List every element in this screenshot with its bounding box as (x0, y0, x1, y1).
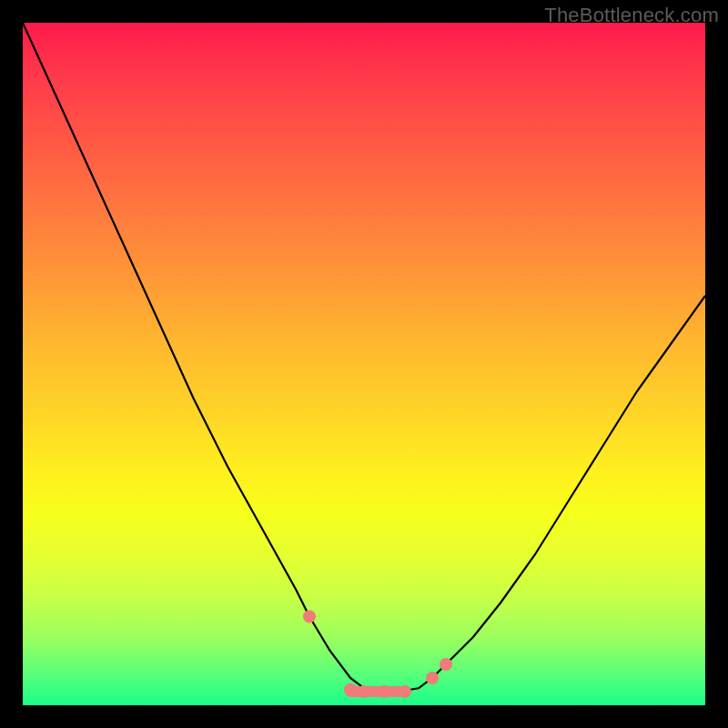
marker-dot (379, 685, 391, 698)
watermark-label: TheBottleneck.com (544, 4, 719, 27)
marker-group (303, 611, 452, 699)
marker-dot (399, 685, 411, 698)
marker-dot (426, 672, 439, 684)
chart-overlay (23, 23, 705, 705)
marker-dot (344, 683, 357, 696)
bottleneck-curve (23, 23, 705, 692)
marker-dot (358, 685, 370, 698)
chart-frame: TheBottleneck.com (0, 0, 728, 728)
marker-dot (303, 611, 316, 623)
marker-dot (440, 658, 452, 671)
